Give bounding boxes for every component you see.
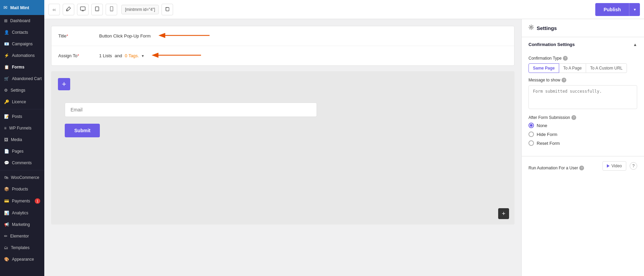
canvas-add-block-button[interactable]: +: [58, 78, 70, 90]
analytics-icon: 📊: [4, 211, 9, 215]
after-submission-label: After Form Submission ?: [528, 115, 637, 120]
sidebar-item-pages[interactable]: 📄 Pages: [0, 145, 44, 157]
message-textarea[interactable]: [528, 85, 637, 109]
confirmation-section-body: Confirmation Type ? Same Page To A Page …: [522, 52, 644, 156]
publish-button[interactable]: Publish: [595, 3, 629, 16]
tags-count: 0 Tags.: [125, 53, 139, 58]
sidebar-item-posts[interactable]: 📝 Posts: [0, 111, 44, 122]
sidebar-item-payments[interactable]: 💳 Payments 1: [0, 195, 44, 207]
svg-point-4: [111, 10, 112, 11]
chevron-up-icon: ▲: [633, 42, 637, 47]
form-editor: Title* Button Click Pop-Up Form: [44, 19, 521, 276]
sidebar-item-media[interactable]: 🖼 Media: [0, 134, 44, 145]
desktop-icon: [80, 6, 86, 12]
sidebar-item-products[interactable]: 📦 Products: [0, 183, 44, 195]
automations-icon: ⚡: [4, 53, 9, 58]
and-text: and: [115, 53, 122, 58]
payments-icon: 💳: [4, 199, 9, 203]
tablet-view-button[interactable]: [91, 4, 103, 15]
video-play-icon: [607, 164, 610, 168]
sidebar-item-licence[interactable]: 🔑 Licence: [0, 96, 44, 108]
run-automation-help-icon[interactable]: ?: [579, 166, 584, 170]
templates-icon: 🗂: [4, 245, 8, 250]
question-icon: ?: [632, 164, 635, 168]
mobile-view-button[interactable]: [106, 4, 117, 15]
sidebar-logo[interactable]: ✉ Mail Mint: [0, 0, 44, 15]
sidebar-item-appearance[interactable]: 🎨 Appearance: [0, 254, 44, 265]
sidebar-item-wp-funnels[interactable]: ≡ WP Funnels: [0, 122, 44, 134]
same-page-tab[interactable]: Same Page: [528, 63, 559, 73]
to-a-page-tab[interactable]: To A Page: [559, 63, 586, 73]
tablet-icon: [95, 6, 99, 12]
title-label: Title*: [58, 33, 99, 39]
radio-hide-form-circle: [528, 132, 534, 137]
radio-none-circle: [528, 123, 534, 128]
dashboard-icon: ⊞: [4, 18, 7, 23]
canvas-add-bottom-button[interactable]: +: [498, 208, 509, 219]
sidebar-item-contacts[interactable]: 👤 Contacts: [0, 27, 44, 38]
after-submission-help-icon[interactable]: ?: [571, 115, 576, 120]
form-assign-row: Assign To* 1 Lists and 0 Tags. ▾: [51, 46, 514, 65]
message-help-icon[interactable]: ?: [562, 78, 566, 82]
confirmation-type-help-icon[interactable]: ?: [563, 56, 568, 61]
sidebar-item-label: Settings: [11, 88, 25, 93]
sidebar-item-elementor[interactable]: ✏ Elementor: [0, 230, 44, 242]
radio-hide-form[interactable]: Hide Form: [528, 132, 637, 137]
back-button[interactable]: ‹‹: [48, 4, 60, 15]
message-label: Message to show ?: [528, 78, 637, 82]
copy-shortcode-button[interactable]: [162, 4, 173, 15]
sidebar-item-woocommerce[interactable]: 🛍 WooCommerce: [0, 172, 44, 183]
back-icon: ‹‹: [52, 7, 56, 12]
settings-bottom: Run Automation For a User ? Video ?: [522, 156, 644, 176]
publish-dropdown-icon: ▾: [634, 7, 636, 12]
help-question-button[interactable]: ?: [630, 162, 637, 170]
form-meta: Title* Button Click Pop-Up Form: [51, 26, 515, 66]
sidebar-item-analytics[interactable]: 📊 Analytics: [0, 207, 44, 219]
sidebar-item-automations[interactable]: ⚡ Automations: [0, 50, 44, 61]
message-row: Message to show ?: [528, 78, 637, 110]
desktop-view-button[interactable]: [77, 4, 89, 15]
sidebar-item-label: Automations: [12, 53, 35, 58]
email-field-block: [58, 96, 508, 117]
publish-dropdown-button[interactable]: ▾: [629, 3, 640, 16]
sidebar-item-comments[interactable]: 💬 Comments: [0, 157, 44, 169]
settings-panel: Settings Confirmation Settings ▲ Confirm…: [521, 19, 644, 276]
radio-none[interactable]: None: [528, 123, 637, 128]
assign-arrow-annotation: [150, 51, 203, 60]
plus-bottom-icon: +: [502, 210, 506, 217]
to-custom-url-tab[interactable]: To A Custom URL: [586, 63, 627, 73]
sidebar-item-campaigns[interactable]: 📧 Campaigns: [0, 38, 44, 50]
radio-hide-form-label: Hide Form: [537, 132, 557, 137]
sidebar-item-marketing[interactable]: 📢 Marketing: [0, 219, 44, 230]
sidebar-item-dashboard[interactable]: ⊞ Dashboard: [0, 15, 44, 27]
sidebar-item-templates[interactable]: 🗂 Templates: [0, 242, 44, 254]
edit-button[interactable]: [63, 4, 74, 15]
sidebar-item-label: Comments: [12, 160, 32, 165]
lists-count: 1 Lists: [99, 53, 112, 58]
sidebar-item-settings[interactable]: ⚙ Settings: [0, 85, 44, 96]
confirmation-section-title: Confirmation Settings: [528, 42, 575, 47]
sidebar-item-label: Products: [12, 187, 28, 191]
assign-dropdown-icon[interactable]: ▾: [142, 53, 144, 58]
submit-button[interactable]: Submit: [65, 124, 100, 137]
svg-point-2: [97, 10, 97, 11]
video-button[interactable]: Video: [602, 161, 626, 171]
submit-block: Submit: [58, 117, 508, 144]
plus-icon: +: [62, 80, 66, 89]
posts-icon: 📝: [4, 114, 9, 119]
confirmation-section-header[interactable]: Confirmation Settings ▲: [522, 37, 644, 52]
sidebar-item-label: Forms: [12, 65, 25, 70]
sidebar-item-label: Templates: [11, 245, 30, 250]
svg-point-10: [531, 27, 532, 28]
settings-header: Settings: [522, 19, 644, 37]
confirmation-settings-section: Confirmation Settings ▲ Confirmation Typ…: [522, 37, 644, 156]
sidebar-item-label: WP Funnels: [9, 126, 31, 131]
assign-value-wrapper: 1 Lists and 0 Tags. ▾: [99, 51, 203, 60]
sidebar-item-forms[interactable]: 📋 Forms: [0, 61, 44, 73]
email-input[interactable]: [65, 103, 317, 117]
sidebar-logo-text: Mail Mint: [10, 5, 29, 10]
radio-reset-form[interactable]: Reset Form: [528, 140, 637, 146]
sidebar-item-abandoned-cart[interactable]: 🛒 Abandoned Cart: [0, 73, 44, 85]
settings-icon: ⚙: [4, 88, 8, 93]
contacts-icon: 👤: [4, 30, 9, 35]
